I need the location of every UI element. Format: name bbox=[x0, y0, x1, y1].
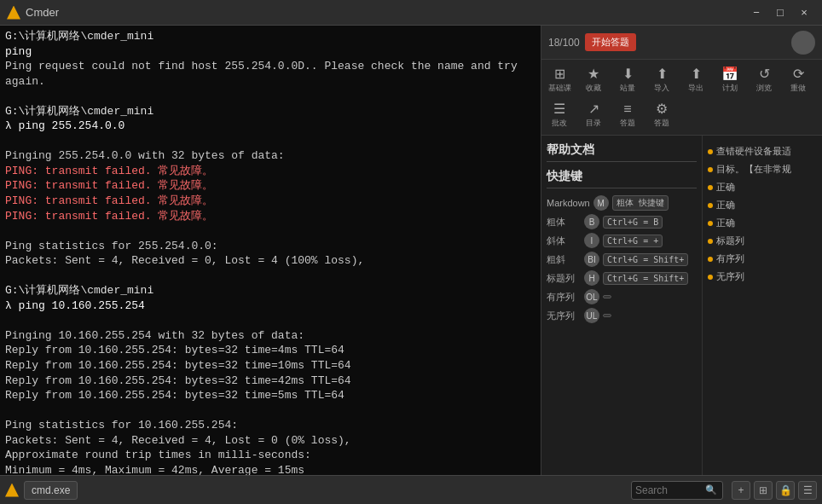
shortcut-icon: BI bbox=[584, 252, 599, 267]
settings-button[interactable]: ☰ bbox=[798, 481, 817, 500]
terminal-line: PING: transmit failed. 常见故障。 bbox=[5, 209, 535, 224]
shortcut-name: Markdown bbox=[547, 198, 590, 208]
rp-right-col: 查错硬件设备最适目标。【在非常规正确正确正确标题列有序列无序列 bbox=[703, 136, 822, 475]
terminal-line: ping bbox=[5, 44, 535, 60]
terminal[interactable]: G:\计算机网络\cmder_minipingPing request coul… bbox=[0, 26, 541, 475]
terminal-line: PING: transmit failed. 常见故障。 bbox=[5, 164, 535, 179]
rp-icon-symbol: ⬆ bbox=[657, 66, 668, 82]
shortcut-name: 有序列 bbox=[547, 291, 581, 304]
list-item-text: 目标。【在非常规 bbox=[716, 163, 791, 176]
rp-icon-label: 导入 bbox=[654, 83, 669, 94]
progress-text: 18/100 bbox=[548, 37, 580, 49]
terminal-line bbox=[5, 223, 535, 239]
shortcut-icon: H bbox=[584, 270, 599, 286]
add-tab-button[interactable]: + bbox=[732, 481, 750, 500]
rp-icon-item[interactable]: ↗目录 bbox=[577, 98, 610, 131]
shortcuts-title: 快捷键 bbox=[547, 169, 697, 188]
terminal-line: λ ping 10.160.255.254 bbox=[5, 298, 535, 314]
list-item-text: 有序列 bbox=[716, 252, 744, 265]
lock-icon[interactable]: 🔒 bbox=[776, 481, 795, 500]
rp-icon-symbol: ⬆ bbox=[691, 66, 702, 82]
list-item-text: 无序列 bbox=[716, 270, 744, 283]
rp-left-col: 帮助文档 快捷键 Markdown M 粗体 快捷键 粗体 B Ctrl+G =… bbox=[541, 136, 703, 475]
rp-icon-item[interactable]: ⬇站量 bbox=[611, 63, 644, 96]
shortcut-row: 斜体 I Ctrl+G = + bbox=[547, 233, 697, 248]
terminal-line: G:\计算机网络\cmder_mini bbox=[5, 29, 535, 44]
rp-icon-item[interactable]: ↺浏览 bbox=[748, 63, 780, 96]
rp-icon-item[interactable]: ⟳重做 bbox=[782, 63, 814, 96]
shortcut-row: 标题列 H Ctrl+G = Shift+ bbox=[547, 270, 697, 286]
shortcut-keys: Ctrl+G = Shift+ bbox=[603, 272, 688, 285]
rp-icon-item[interactable]: ≡答题 bbox=[611, 98, 644, 131]
terminal-line: Reply from 10.160.255.254: bytes=32 time… bbox=[5, 358, 535, 374]
rp-icon-item[interactable]: ⬆导入 bbox=[645, 63, 678, 96]
terminal-line: Reply from 10.160.255.254: bytes=32 time… bbox=[5, 374, 535, 389]
list-dot bbox=[708, 185, 713, 190]
shortcut-icon: UL bbox=[584, 308, 599, 323]
rp-icon-label: 站量 bbox=[620, 83, 635, 94]
list-item[interactable]: 正确 bbox=[706, 214, 819, 232]
list-item[interactable]: 有序列 bbox=[706, 250, 819, 268]
list-dot bbox=[708, 221, 713, 226]
start-answer-button[interactable]: 开始答题 bbox=[585, 33, 636, 51]
shortcut-icon: OL bbox=[584, 289, 599, 304]
list-item[interactable]: 正确 bbox=[706, 196, 819, 214]
list-item-text: 查错硬件设备最适 bbox=[716, 145, 791, 158]
minimize-button[interactable]: − bbox=[745, 3, 767, 22]
main-area: G:\计算机网络\cmder_minipingPing request coul… bbox=[0, 26, 822, 475]
terminal-line: Reply from 10.160.255.254: bytes=32 time… bbox=[5, 343, 535, 358]
rp-icon-item[interactable]: ⬆导出 bbox=[680, 63, 712, 96]
shortcut-keys: Ctrl+G = + bbox=[603, 235, 663, 247]
taskbar-cmder-icon bbox=[5, 484, 19, 497]
rp-icon-item[interactable]: ⚙答题 bbox=[645, 98, 678, 131]
avatar bbox=[791, 31, 815, 55]
list-item[interactable]: 无序列 bbox=[706, 268, 819, 286]
terminal-line: G:\计算机网络\cmder_mini bbox=[5, 104, 535, 119]
taskbar-app-label[interactable]: cmd.exe bbox=[24, 481, 78, 500]
rp-icon-symbol: ★ bbox=[588, 66, 599, 82]
rp-icon-label: 答题 bbox=[620, 118, 635, 129]
rp-icon-symbol: 📅 bbox=[721, 66, 738, 82]
terminal-line: Packets: Sent = 4, Received = 0, Lost = … bbox=[5, 253, 535, 269]
rp-content: 帮助文档 快捷键 Markdown M 粗体 快捷键 粗体 B Ctrl+G =… bbox=[541, 136, 822, 475]
rp-icon-item[interactable]: 📅计划 bbox=[714, 63, 746, 96]
shortcut-keys: Ctrl+G = B bbox=[603, 216, 663, 229]
terminal-line: PING: transmit failed. 常见故障。 bbox=[5, 194, 535, 209]
maximize-button[interactable]: □ bbox=[769, 3, 791, 22]
close-button[interactable]: × bbox=[793, 3, 815, 22]
shortcut-row: Markdown M 粗体 快捷键 bbox=[547, 195, 697, 211]
list-item[interactable]: 目标。【在非常规 bbox=[706, 160, 819, 178]
rp-icon-symbol: ↺ bbox=[759, 66, 770, 82]
search-input[interactable] bbox=[635, 484, 703, 496]
rp-icon-label: 浏览 bbox=[756, 83, 772, 94]
taskbar-right-icons: + ⊞ 🔒 ☰ bbox=[732, 481, 817, 500]
terminal-line bbox=[5, 89, 535, 104]
list-dot bbox=[708, 257, 713, 262]
terminal-line: Packets: Sent = 4, Received = 4, Lost = … bbox=[5, 433, 535, 449]
terminal-line: Reply from 10.160.255.254: bytes=32 time… bbox=[5, 388, 535, 403]
list-item-text: 正确 bbox=[716, 181, 735, 194]
list-item[interactable]: 查错硬件设备最适 bbox=[706, 142, 819, 160]
list-item[interactable]: 标题列 bbox=[706, 232, 819, 250]
rp-icon-item[interactable]: ⊞基础课 bbox=[543, 63, 576, 96]
search-button[interactable]: 🔍 bbox=[703, 484, 719, 495]
list-dot bbox=[708, 239, 713, 244]
rp-icon-label: 重做 bbox=[790, 83, 806, 94]
shortcut-keys: 粗体 快捷键 bbox=[612, 195, 669, 211]
rp-icons-row: ⊞基础课★收藏⬇站量⬆导入⬆导出📅计划↺浏览⟳重做☰批改↗目录≡答题⚙答题 bbox=[541, 60, 822, 136]
terminal-line bbox=[5, 313, 535, 328]
rp-icon-label: 收藏 bbox=[586, 83, 601, 94]
rp-icon-item[interactable]: ☰批改 bbox=[543, 98, 576, 131]
rp-icon-item[interactable]: ★收藏 bbox=[577, 63, 610, 96]
rp-icon-symbol: ⚙ bbox=[656, 101, 668, 117]
terminal-line: Minimum = 4ms, Maximum = 42ms, Average =… bbox=[5, 463, 535, 475]
title-bar-controls: − □ × bbox=[745, 3, 815, 22]
shortcut-name: 粗体 bbox=[547, 216, 581, 229]
taskbar-search-box: 🔍 bbox=[631, 481, 723, 500]
shortcut-name: 粗斜 bbox=[547, 253, 581, 266]
list-item[interactable]: 正确 bbox=[706, 178, 819, 196]
layout-button[interactable]: ⊞ bbox=[754, 481, 773, 500]
rp-icon-symbol: ⟳ bbox=[793, 66, 804, 82]
shortcut-icon: B bbox=[584, 214, 599, 229]
rp-icon-label: 批改 bbox=[552, 118, 567, 129]
